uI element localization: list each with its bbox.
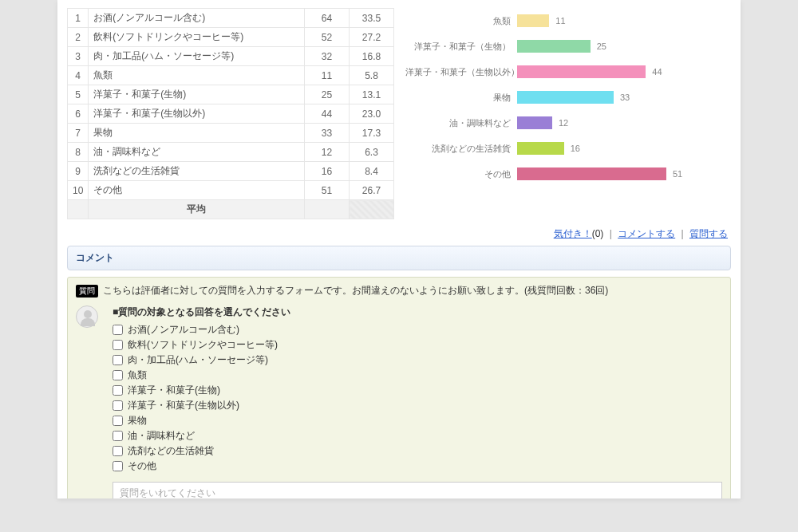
chart-value-label: 16 (571, 144, 580, 153)
chart-bar (517, 167, 666, 180)
chart-value-label: 12 (559, 118, 568, 128)
question-link[interactable]: 質問する (689, 228, 728, 239)
question-option-label: 洗剤などの生活雑貨 (128, 444, 214, 458)
row-label: その他 (89, 181, 305, 200)
question-option[interactable]: 飲料(ソフトドリンクやコーヒー等) (113, 337, 722, 353)
chart-value-label: 44 (652, 67, 662, 77)
chart-bar-area: 12 (517, 116, 731, 129)
table-row: 4魚類115.8 (68, 66, 394, 85)
chart-category-label: 洋菓子・和菓子（生物） (405, 41, 517, 53)
chart-bar (517, 40, 591, 53)
question-option-checkbox[interactable] (113, 325, 123, 335)
question-option[interactable]: 魚類 (113, 368, 722, 383)
table-row: 10その他5126.7 (68, 181, 394, 200)
question-option-label: 油・調味料など (128, 429, 195, 443)
table-row: 7果物3317.3 (68, 124, 394, 143)
question-input[interactable] (113, 482, 722, 499)
row-percent: 5.8 (350, 66, 394, 85)
question-option-checkbox[interactable] (113, 446, 123, 456)
row-value: 12 (305, 143, 350, 162)
chart-value-label: 51 (673, 169, 682, 179)
question-badge: 質問 (76, 285, 98, 298)
question-option-checkbox[interactable] (113, 431, 123, 441)
row-percent: 6.3 (350, 143, 394, 162)
row-index: 3 (68, 47, 89, 66)
question-option[interactable]: 果物 (113, 413, 722, 428)
question-instruction-text: こちらは評価者に対しての質問を入力するフォームです。お間違えのないようにお願い致… (103, 284, 608, 298)
chart-bar-area: 16 (517, 142, 731, 155)
avg-percent (350, 200, 394, 219)
question-option[interactable]: 肉・加工品(ハム・ソーセージ等) (113, 353, 722, 368)
question-option-checkbox[interactable] (113, 461, 123, 471)
chart-bar (517, 116, 552, 129)
table-row: 2飲料(ソフトドリンクやコーヒー等)5227.2 (68, 28, 394, 47)
comment-section-header: コメント (67, 246, 731, 270)
question-option[interactable]: その他 (113, 459, 722, 474)
chart-row: 洋菓子・和菓子（生物以外）44 (405, 59, 731, 85)
row-value: 11 (305, 66, 350, 85)
chart-row: 洋菓子・和菓子（生物）25 (405, 33, 731, 59)
question-option-label: 肉・加工品(ハム・ソーセージ等) (128, 353, 268, 367)
row-index: 8 (68, 143, 89, 162)
row-percent: 27.2 (350, 28, 394, 47)
question-option[interactable]: 洋菓子・和菓子(生物) (113, 383, 722, 398)
question-form: 質問 こちらは評価者に対しての質問を入力するフォームです。お間違えのないようにお… (67, 277, 731, 499)
chart-row: 洗剤などの生活雑貨16 (405, 136, 731, 161)
question-options-area: ■質問の対象となる回答を選んでください お酒(ノンアルコール含む)飲料(ソフトド… (113, 305, 722, 499)
chart-bar (517, 14, 549, 27)
row-label: 果物 (89, 124, 305, 143)
question-option-label: 飲料(ソフトドリンクやコーヒー等) (128, 338, 278, 352)
row-index: 6 (68, 104, 89, 124)
question-option[interactable]: 洋菓子・和菓子(生物以外) (113, 398, 722, 413)
question-option-label: 魚類 (128, 368, 147, 382)
chart-category-label: 洗剤などの生活雑貨 (405, 143, 517, 155)
row-value: 52 (305, 28, 350, 47)
chart-bar (517, 142, 564, 155)
row-label: 洋菓子・和菓子(生物以外) (89, 104, 305, 124)
chart-value-label: 25 (597, 41, 606, 51)
question-option[interactable]: お酒(ノンアルコール含む) (113, 322, 722, 337)
row-value: 64 (305, 9, 350, 28)
question-options-list: お酒(ノンアルコール含む)飲料(ソフトドリンクやコーヒー等)肉・加工品(ハム・ソ… (113, 322, 722, 474)
avatar-icon (76, 305, 98, 328)
row-percent: 13.1 (350, 85, 394, 104)
table-average-row: 平均 (68, 200, 394, 219)
question-option-label: 果物 (128, 414, 147, 428)
main-panel: 1お酒(ノンアルコール含む)6433.52飲料(ソフトドリンクやコーヒー等)52… (57, 0, 741, 499)
row-value: 25 (305, 85, 350, 104)
question-option-label: 洋菓子・和菓子(生物) (128, 384, 220, 397)
chart-category-label: 果物 (405, 92, 517, 104)
row-index: 9 (68, 162, 89, 181)
separator: | (606, 228, 615, 239)
bar-chart: 魚類11洋菓子・和菓子（生物）25洋菓子・和菓子（生物以外）44果物33油・調味… (405, 8, 731, 187)
question-option-checkbox[interactable] (113, 355, 123, 365)
chart-row: 魚類11 (405, 8, 731, 33)
row-value: 51 (305, 181, 350, 200)
chart-bar-area: 44 (517, 65, 731, 78)
question-option-checkbox[interactable] (113, 370, 123, 380)
chart-bar (517, 65, 646, 78)
top-section: 1お酒(ノンアルコール含む)6433.52飲料(ソフトドリンクやコーヒー等)52… (67, 8, 731, 219)
question-option-checkbox[interactable] (113, 400, 123, 411)
chart-row: 油・調味料など12 (405, 110, 731, 136)
question-options-title: ■質問の対象となる回答を選んでください (113, 305, 722, 319)
table-row: 5洋菓子・和菓子(生物)2513.1 (68, 85, 394, 104)
chart-value-label: 33 (620, 93, 630, 102)
kizuki-link[interactable]: 気付き！ (554, 228, 592, 239)
row-percent: 16.8 (350, 47, 394, 66)
question-option[interactable]: 洗剤などの生活雑貨 (113, 443, 722, 459)
question-option-checkbox[interactable] (113, 340, 123, 350)
row-index: 10 (68, 181, 89, 200)
chart-bar-area: 33 (517, 91, 731, 104)
table-row: 3肉・加工品(ハム・ソーセージ等)3216.8 (68, 47, 394, 66)
question-option-checkbox[interactable] (113, 416, 123, 426)
row-percent: 17.3 (350, 124, 394, 143)
separator: | (678, 228, 687, 239)
question-option-checkbox[interactable] (113, 385, 123, 396)
comment-link[interactable]: コメントする (618, 228, 675, 239)
question-option[interactable]: 油・調味料など (113, 428, 722, 443)
row-index: 5 (68, 85, 89, 104)
row-label: 洗剤などの生活雑貨 (89, 162, 305, 181)
question-option-label: お酒(ノンアルコール含む) (128, 323, 239, 337)
chart-category-label: 洋菓子・和菓子（生物以外） (405, 66, 517, 78)
